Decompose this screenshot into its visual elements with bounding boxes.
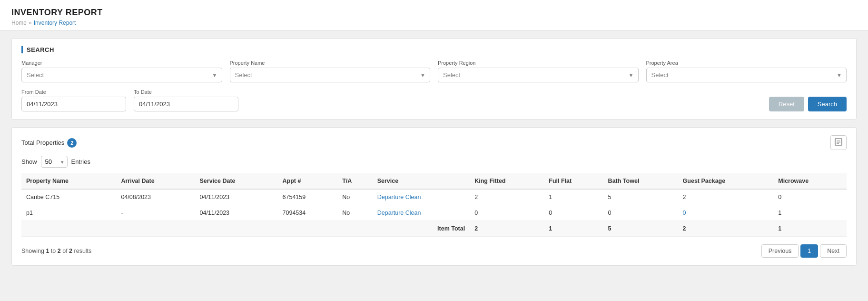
table-row: Caribe C715 04/08/2023 04/11/2023 675415… — [21, 189, 847, 205]
property-region-filter-group: Property Region Select ▼ — [438, 60, 639, 82]
breadcrumb-separator: » — [29, 20, 32, 26]
property-area-label: Property Area — [646, 60, 847, 66]
property-area-filter-group: Property Area Select ▼ — [646, 60, 847, 82]
property-name-select-wrapper: Select ▼ — [230, 68, 431, 82]
breadcrumb: Home » Inventory Report — [11, 20, 857, 26]
col-guest-package: Guest Package — [678, 173, 774, 189]
cell-king-fitted: 0 — [470, 205, 544, 221]
col-appt-num: Appt # — [278, 173, 338, 189]
property-area-select[interactable]: Select — [646, 68, 847, 82]
totals-row: Item Total 2 1 5 2 1 — [21, 221, 847, 237]
page-title: INVENTORY REPORT — [11, 8, 857, 18]
table-row: p1 - 04/11/2023 7094534 No Departure Cle… — [21, 205, 847, 221]
col-full-flat: Full Flat — [544, 173, 603, 189]
main-content: SEARCH Manager Select ▼ Property Name — [0, 30, 868, 273]
search-section-title: SEARCH — [21, 46, 847, 53]
item-total-label: Item Total — [21, 221, 470, 237]
property-name-label: Property Name — [230, 60, 431, 66]
page-1-button[interactable]: 1 — [800, 244, 818, 258]
show-select-wrapper: 50 10 25 100 ▼ — [41, 156, 68, 168]
pagination-row: Showing 1 to 2 of 2 results Previous 1 N… — [21, 244, 847, 258]
results-panel: Total Properties 2 Show 50 — [11, 127, 857, 266]
results-table: Property Name Arrival Date Service Date … — [21, 173, 847, 237]
cell-full-flat: 1 — [544, 189, 603, 205]
property-region-label: Property Region — [438, 60, 639, 66]
cell-arrival-date: 04/08/2023 — [116, 189, 195, 205]
cell-king-fitted: 2 — [470, 189, 544, 205]
search-btn-row: Reset Search — [769, 97, 847, 111]
cell-appt-num: 7094534 — [278, 205, 338, 221]
search-panel: SEARCH Manager Select ▼ Property Name — [11, 38, 857, 120]
from-date-label: From Date — [21, 89, 126, 95]
total-properties-badge: 2 — [67, 138, 77, 148]
cell-ta: No — [337, 189, 372, 205]
cell-arrival-date: - — [116, 205, 195, 221]
results-header: Total Properties 2 — [21, 135, 847, 150]
total-properties: Total Properties 2 — [21, 138, 77, 148]
manager-filter-group: Manager Select ▼ — [21, 60, 222, 82]
property-area-select-wrapper: Select ▼ — [646, 68, 847, 82]
cell-microwave: 1 — [773, 205, 847, 221]
cell-service[interactable]: Departure Clean — [373, 205, 470, 221]
header-bar: INVENTORY REPORT Home » Inventory Report — [0, 0, 868, 30]
total-guest-package: 2 — [678, 221, 774, 237]
page-wrapper: INVENTORY REPORT Home » Inventory Report… — [0, 0, 868, 301]
property-name-filter-group: Property Name Select ▼ — [230, 60, 431, 82]
date-row: From Date To Date Reset Search — [21, 89, 847, 111]
property-name-select[interactable]: Select — [230, 68, 431, 82]
total-king-fitted: 2 — [470, 221, 544, 237]
breadcrumb-current[interactable]: Inventory Report — [34, 20, 76, 26]
total-full-flat: 1 — [544, 221, 603, 237]
cell-service-date: 04/11/2023 — [195, 189, 278, 205]
showing-text: Showing 1 to 2 of 2 results — [21, 248, 91, 254]
to-date-group: To Date — [134, 89, 238, 111]
property-region-select-wrapper: Select ▼ — [438, 68, 639, 82]
col-service-date: Service Date — [195, 173, 278, 189]
cell-appt-num: 6754159 — [278, 189, 338, 205]
cell-property-name: Caribe C715 — [21, 189, 116, 205]
to-date-input[interactable] — [134, 97, 238, 111]
cell-guest-package: 0 — [678, 205, 774, 221]
col-property-name: Property Name — [21, 173, 116, 189]
show-row: Show 50 10 25 100 ▼ Entries — [21, 156, 847, 168]
manager-select[interactable]: Select — [21, 68, 222, 82]
search-button[interactable]: Search — [808, 97, 847, 111]
col-king-fitted: King Fitted — [470, 173, 544, 189]
filter-row: Manager Select ▼ Property Name Select — [21, 60, 847, 82]
cell-ta: No — [337, 205, 372, 221]
cell-service[interactable]: Departure Clean — [373, 189, 470, 205]
manager-label: Manager — [21, 60, 222, 66]
cell-bath-towel: 5 — [603, 189, 678, 205]
cell-service-date: 04/11/2023 — [195, 205, 278, 221]
cell-microwave: 0 — [773, 189, 847, 205]
col-ta: T/A — [337, 173, 372, 189]
from-date-input[interactable] — [21, 97, 126, 111]
manager-select-wrapper: Select ▼ — [21, 68, 222, 82]
cell-full-flat: 0 — [544, 205, 603, 221]
col-bath-towel: Bath Towel — [603, 173, 678, 189]
show-label: Show — [21, 158, 37, 165]
table-header: Property Name Arrival Date Service Date … — [21, 173, 847, 189]
table-body: Caribe C715 04/08/2023 04/11/2023 675415… — [21, 189, 847, 237]
export-button[interactable] — [830, 135, 847, 150]
entries-select[interactable]: 50 10 25 100 — [41, 156, 68, 168]
pagination-controls: Previous 1 Next — [761, 244, 847, 258]
next-button[interactable]: Next — [820, 244, 847, 258]
cell-property-name: p1 — [21, 205, 116, 221]
total-bath-towel: 5 — [603, 221, 678, 237]
breadcrumb-home[interactable]: Home — [11, 20, 27, 26]
cell-bath-towel: 0 — [603, 205, 678, 221]
col-arrival-date: Arrival Date — [116, 173, 195, 189]
entries-label: Entries — [71, 158, 90, 165]
property-region-select[interactable]: Select — [438, 68, 639, 82]
col-microwave: Microwave — [773, 173, 847, 189]
total-properties-label: Total Properties — [21, 139, 64, 146]
from-date-group: From Date — [21, 89, 126, 111]
prev-button[interactable]: Previous — [761, 244, 799, 258]
total-microwave: 1 — [773, 221, 847, 237]
export-icon — [835, 138, 842, 146]
cell-guest-package: 2 — [678, 189, 774, 205]
col-service: Service — [373, 173, 470, 189]
reset-button[interactable]: Reset — [769, 97, 804, 111]
to-date-label: To Date — [134, 89, 238, 95]
